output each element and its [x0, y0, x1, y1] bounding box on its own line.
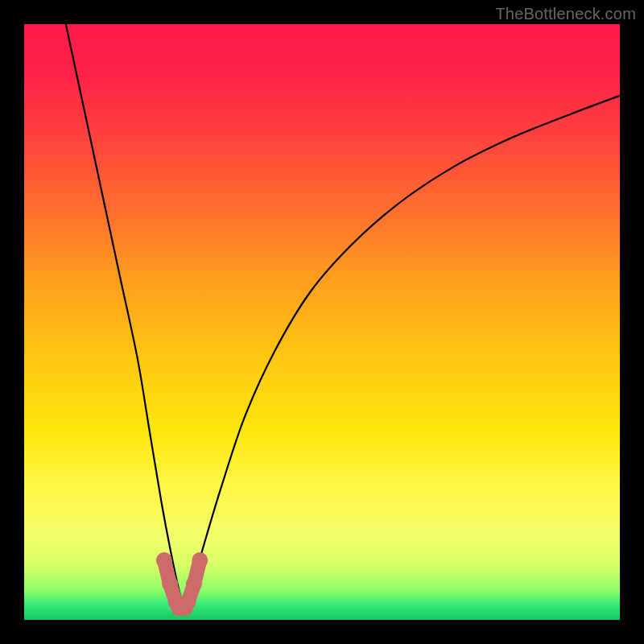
- highlight-dot: [162, 576, 178, 592]
- highlight-dot: [186, 576, 202, 592]
- highlight-dot: [180, 594, 196, 610]
- watermark-text: TheBottleneck.com: [495, 5, 636, 23]
- curve-layer: [24, 24, 620, 620]
- plot-area: [24, 24, 620, 620]
- highlight-dots: [156, 552, 208, 616]
- chart-frame: TheBottleneck.com: [0, 0, 644, 644]
- bottleneck-curve: [66, 24, 620, 608]
- highlight-dot: [156, 552, 172, 568]
- highlight-dot: [192, 552, 208, 568]
